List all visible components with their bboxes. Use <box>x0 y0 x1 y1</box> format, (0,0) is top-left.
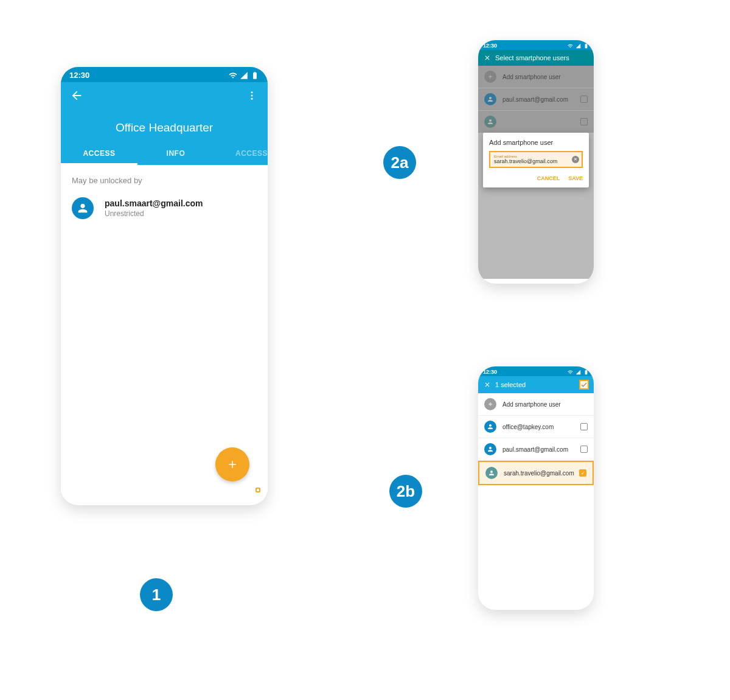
user-checkbox[interactable] <box>580 423 588 430</box>
status-icons <box>568 43 589 49</box>
app-bar: Select smartphone users <box>478 50 594 66</box>
wifi-icon <box>568 43 573 49</box>
tabs: ACCESS INFO ACCESS <box>61 142 268 165</box>
status-icons <box>229 71 259 80</box>
tab-access[interactable]: ACCESS <box>61 142 137 165</box>
status-icons <box>568 369 589 375</box>
selection-count: 1 selected <box>492 381 579 388</box>
signal-icon <box>240 71 248 80</box>
user-list-item[interactable]: office@tapkey.com <box>478 416 594 438</box>
wifi-icon <box>568 369 573 375</box>
status-bar: 12:30 <box>61 67 268 82</box>
add-fab[interactable] <box>215 447 249 481</box>
app-bar: Office Headquarter ACCESS INFO ACCESS <box>61 82 268 165</box>
user-list-item[interactable]: paul.smaart@gmail.com <box>478 438 594 461</box>
svg-point-1 <box>251 95 253 97</box>
person-icon <box>484 443 496 455</box>
app-bar-title: Select smartphone users <box>492 54 589 61</box>
user-email: sarah.travelio@gmail.com <box>504 470 579 477</box>
close-button[interactable] <box>483 54 492 62</box>
add-user-dialog: Add smartphone user Email address sarah.… <box>483 133 589 187</box>
user-checkbox[interactable] <box>580 446 588 453</box>
tab-access-2[interactable]: ACCESS <box>214 142 268 165</box>
user-restriction: Unrestricted <box>105 209 203 218</box>
clear-input-icon[interactable] <box>572 156 579 163</box>
status-time: 12:30 <box>483 369 497 375</box>
person-icon <box>485 467 498 479</box>
phone-screen-2a: 12:30 Select smartphone users Add smartp… <box>478 40 594 284</box>
tab-info[interactable]: INFO <box>137 142 214 165</box>
dialog-title: Add smartphone user <box>489 139 583 146</box>
battery-icon <box>583 369 589 375</box>
person-icon <box>72 197 94 219</box>
app-bar: 1 selected <box>478 376 594 393</box>
person-icon <box>484 421 496 433</box>
user-email: office@tapkey.com <box>502 424 580 430</box>
user-email: paul.smaart@gmail.com <box>502 446 580 453</box>
signal-icon <box>575 43 581 49</box>
close-button[interactable] <box>483 380 492 389</box>
page-title: Office Headquarter <box>61 109 268 142</box>
step-badge-1: 1 <box>140 578 173 611</box>
battery-icon <box>251 71 259 80</box>
status-bar: 12:30 <box>478 366 594 376</box>
status-time: 12:30 <box>69 71 89 80</box>
svg-point-2 <box>251 98 253 100</box>
step-badge-2b: 2b <box>389 475 422 508</box>
battery-icon <box>583 43 589 49</box>
phone-screen-2b: 12:30 1 selected Add smartphone user <box>478 366 594 610</box>
check-icon <box>580 381 588 388</box>
signal-icon <box>575 369 581 375</box>
user-email: paul.smaart@gmail.com <box>105 198 203 208</box>
email-input-value: sarah.travelio@gmail.com <box>494 158 578 164</box>
plus-circle-icon <box>484 398 496 410</box>
add-user-label: Add smartphone user <box>502 401 588 408</box>
plus-icon <box>226 458 238 471</box>
save-button[interactable]: SAVE <box>568 175 583 181</box>
svg-point-0 <box>251 91 253 93</box>
status-time: 12:30 <box>483 43 497 49</box>
wifi-icon <box>229 71 237 80</box>
phone-screen-1: 12:30 Office Headquarter ACCESS INFO ACC… <box>61 67 268 505</box>
email-field[interactable]: Email address sarah.travelio@gmail.com <box>489 151 583 168</box>
user-checkbox[interactable] <box>579 469 586 477</box>
status-bar: 12:30 <box>478 40 594 50</box>
cancel-button[interactable]: CANCEL <box>537 175 560 181</box>
section-label: May be unlocked by <box>61 165 268 191</box>
user-row[interactable]: paul.smaart@gmail.com Unrestricted <box>61 191 268 225</box>
step-badge-2a: 2a <box>383 146 416 179</box>
back-button[interactable] <box>69 88 84 103</box>
overflow-menu-icon[interactable] <box>245 88 259 103</box>
add-user-row[interactable]: Add smartphone user <box>478 393 594 416</box>
user-list-item-selected[interactable]: sarah.travelio@gmail.com <box>478 461 594 485</box>
confirm-button[interactable] <box>579 380 589 390</box>
